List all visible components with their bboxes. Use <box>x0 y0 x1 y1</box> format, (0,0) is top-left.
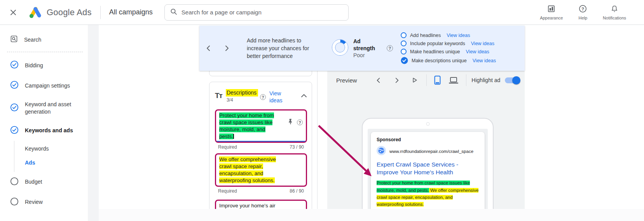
topbar-actions: Appearance ? Help Notifications <box>540 5 626 20</box>
previous-suggestion-icon[interactable] <box>204 44 213 53</box>
banner-nav <box>204 44 231 53</box>
required-label: Required <box>218 188 237 194</box>
field-help-icon[interactable]: ? <box>297 119 303 125</box>
ad-strength-checklist: Add headlines View ideas Include popular… <box>401 32 496 64</box>
play-preview-icon[interactable] <box>410 75 419 85</box>
checklist-item-add-headlines: Add headlines View ideas <box>401 32 496 38</box>
ad-headline-link[interactable]: Expert Crawl Space Services - Improve Yo… <box>377 161 479 176</box>
sidebar-item-bidding[interactable]: Bidding <box>0 55 87 75</box>
view-ideas-link[interactable]: View ideas <box>471 41 494 46</box>
unchecked-circle-icon[interactable] <box>401 32 407 38</box>
description-field-1[interactable]: Protect your home from crawl space issue… <box>215 109 307 143</box>
descriptions-card: Tт Descriptions 3/4 ? View ideas Protect… <box>209 82 312 221</box>
field-meta-2: Required 86 / 90 <box>215 187 307 197</box>
unchecked-circle-icon[interactable] <box>401 49 407 54</box>
unchecked-circle-icon[interactable] <box>401 40 407 46</box>
navigation-sidebar: Search Bidding Campaign settings Keyword… <box>0 25 87 221</box>
ad-strength-banner: Add more headlines to increase your chan… <box>199 26 525 71</box>
sidebar-item-search[interactable]: Search <box>0 25 87 49</box>
descriptions-header: Tт Descriptions 3/4 ? View ideas <box>215 89 307 104</box>
field-meta-1: Required 73 / 90 <box>215 143 307 153</box>
content-gutter <box>88 25 99 221</box>
top-bar: Google Ads All campaigns Appearance ? He… <box>0 0 644 25</box>
google-ads-app: Google Ads All campaigns Appearance ? He… <box>0 0 644 221</box>
sidebar-item-label: Campaign settings <box>25 82 70 89</box>
sidebar-item-label: Keyword and asset generation <box>25 101 75 116</box>
descriptions-title: Descriptions <box>226 89 258 96</box>
column-divider <box>317 71 318 209</box>
sidebar-item-label: Review <box>25 198 43 206</box>
globe-icon <box>377 146 386 157</box>
sidebar-subnav: Keywords Ads <box>14 141 87 172</box>
preview-previous-icon[interactable] <box>373 75 383 85</box>
descriptions-view-ideas-link[interactable]: View ideas <box>269 90 288 104</box>
svg-text:?: ? <box>581 6 584 11</box>
sidebar-item-budget[interactable]: Budget <box>0 172 87 192</box>
page-search-icon <box>10 35 18 44</box>
global-search[interactable] <box>164 4 349 21</box>
descriptions-help-icon[interactable]: ? <box>260 94 266 100</box>
banner-message: Add more headlines to increase your chan… <box>247 37 323 60</box>
preview-header: Preview Highlight ad <box>327 71 525 89</box>
sidebar-item-review[interactable]: Review <box>0 192 87 212</box>
next-suggestion-icon[interactable] <box>223 44 231 53</box>
highlight-ad-toggle[interactable] <box>505 77 520 83</box>
notifications-label: Notifications <box>603 16 626 20</box>
checklist-item-make-headlines-unique: Make headlines unique View ideas <box>401 49 496 54</box>
view-ideas-link[interactable]: View ideas <box>466 49 489 54</box>
sponsored-label: Sponsored <box>377 137 479 142</box>
ad-url-row: www.rrdfoundationrepair.com/crawl_space <box>377 146 479 157</box>
google-ads-logo-icon <box>28 6 43 19</box>
header-divider <box>426 74 427 86</box>
appearance-label: Appearance <box>540 16 563 20</box>
mobile-preview-icon[interactable] <box>433 75 442 85</box>
sidebar-item-ads[interactable]: Ads <box>14 156 87 170</box>
required-label: Required <box>218 144 237 150</box>
sidebar-item-keywords-and-ads[interactable]: Keywords and ads <box>0 121 87 141</box>
search-icon <box>170 8 177 17</box>
descriptions-counter: 3/4 <box>227 97 258 103</box>
sidebar-item-label: Budget <box>25 178 42 186</box>
brand-name: Google Ads <box>47 7 92 18</box>
appearance-button[interactable]: Appearance <box>540 5 563 20</box>
sidebar-item-campaign-settings[interactable]: Campaign settings <box>0 75 87 96</box>
sidebar-item-label: Search <box>24 36 41 43</box>
phone-screen: Sponsored www.rrdfoundationrepair.com/cr… <box>368 129 488 214</box>
check-circle-icon <box>10 126 19 136</box>
ad-strength-help-icon[interactable]: ? <box>387 45 393 51</box>
phone-camera-icon <box>426 122 429 126</box>
description-field-2[interactable]: We offer comprehensive crawl space repai… <box>215 153 307 187</box>
help-button[interactable]: ? Help <box>578 5 587 20</box>
sidebar-item-label: Keywords and ads <box>25 127 73 134</box>
preview-title: Preview <box>336 77 357 84</box>
collapse-chevron-icon[interactable] <box>301 92 307 99</box>
ad-strength-gauge-icon <box>331 38 349 58</box>
ad-strength-value: Poor <box>353 52 379 58</box>
preview-next-icon[interactable] <box>392 75 401 85</box>
topbar-divider <box>100 6 101 19</box>
bell-icon <box>611 5 618 14</box>
sidebar-item-keyword-asset-generation[interactable]: Keyword and asset generation <box>0 96 87 121</box>
checklist-label: Make descriptions unique <box>412 58 467 63</box>
page-title: All campaigns <box>109 8 153 16</box>
checklist-item-include-popular-keywords: Include popular keywords View ideas <box>401 40 496 46</box>
preview-panel: Preview Highlight ad <box>327 71 525 209</box>
sidebar-divider <box>7 52 83 52</box>
view-ideas-link[interactable]: View ideas <box>473 58 496 63</box>
ad-description: Protect your home from crawl space issue… <box>377 179 479 208</box>
close-icon[interactable] <box>9 8 18 17</box>
empty-circle-icon <box>10 177 19 187</box>
checklist-label: Add headlines <box>410 33 441 38</box>
view-ideas-link[interactable]: View ideas <box>447 33 470 38</box>
pin-icon[interactable] <box>288 118 293 126</box>
desktop-preview-icon[interactable] <box>449 75 458 85</box>
checked-circle-icon[interactable] <box>401 57 408 64</box>
check-circle-icon <box>10 60 19 70</box>
text-cursor <box>233 134 234 139</box>
check-circle-icon <box>10 81 19 91</box>
notifications-button[interactable]: Notifications <box>603 5 626 20</box>
highlight-ad-label: Highlight ad <box>471 77 500 83</box>
sidebar-item-keywords[interactable]: Keywords <box>14 142 87 156</box>
search-input[interactable] <box>182 9 343 16</box>
ad-preview-card: Sponsored www.rrdfoundationrepair.com/cr… <box>371 132 485 214</box>
